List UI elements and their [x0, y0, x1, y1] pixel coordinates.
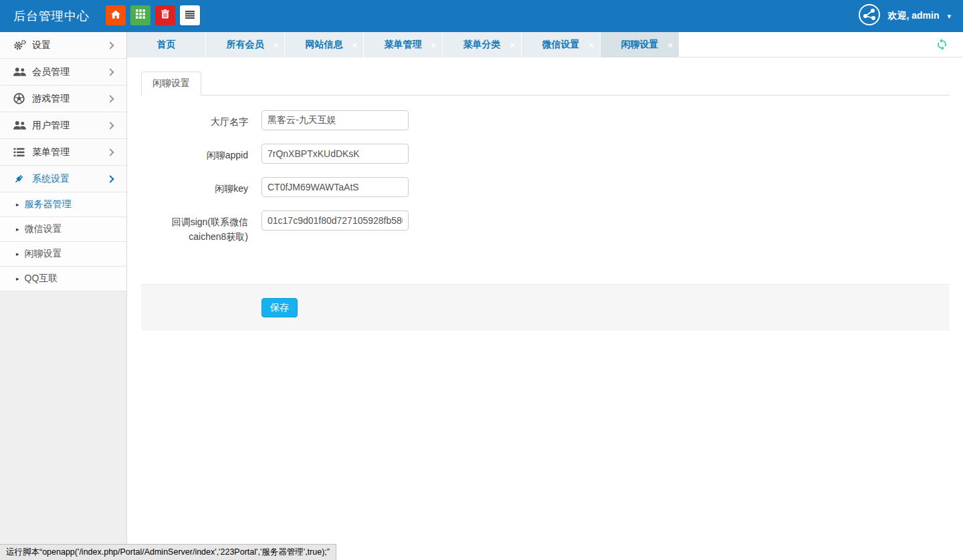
tab-all-members[interactable]: 所有会员 × — [206, 32, 285, 57]
sidebar-item-label: 系统设置 — [32, 173, 70, 185]
close-icon[interactable]: × — [352, 41, 357, 49]
tab-label: 菜单分类 — [463, 39, 501, 51]
chat-key-input[interactable] — [261, 177, 409, 197]
trash-icon — [161, 9, 169, 21]
sidebar-item-label: 游戏管理 — [32, 93, 70, 105]
sidebar-item-label: 用户管理 — [32, 120, 70, 132]
admin-page: 后台管理中心 — [0, 0, 963, 560]
field-label-callback-sign: 回调sign(联系微信 caichen8获取) — [141, 211, 248, 244]
grid-icon — [136, 9, 145, 21]
trash-button[interactable] — [155, 5, 175, 25]
chevron-right-icon — [106, 41, 114, 49]
save-button[interactable]: 保存 — [261, 298, 298, 317]
chevron-right-icon — [106, 68, 114, 76]
tab-label: 闲聊设置 — [621, 39, 659, 51]
form-row: 大厅名字 — [141, 110, 950, 130]
tab-home[interactable]: 首页 — [127, 32, 206, 57]
form-row: 闲聊key — [141, 177, 950, 197]
chat-appid-input[interactable] — [261, 144, 409, 164]
sidebar-subitem-label: 闲聊设置 — [25, 248, 62, 260]
tab-menu-category[interactable]: 菜单分类 × — [443, 32, 522, 57]
hall-name-input[interactable] — [261, 110, 409, 130]
form-actions-bar: 保存 — [141, 284, 950, 331]
panel-tabs: 闲聊设置 — [141, 72, 950, 96]
header-toolbar — [106, 5, 200, 25]
sidebar-subitem-label: QQ互联 — [25, 273, 58, 285]
sidebar-item-game-manage[interactable]: 游戏管理 — [0, 86, 126, 112]
gears-icon — [13, 39, 32, 51]
panel-tab-chat-settings[interactable]: 闲聊设置 — [141, 72, 201, 96]
field-label-line1: 回调sign(联系微信 — [141, 215, 248, 229]
tab-label: 微信设置 — [542, 39, 580, 51]
sidebar-subitem-server-manage[interactable]: ▸ 服务器管理 — [0, 192, 126, 217]
close-icon[interactable]: × — [588, 41, 594, 49]
tab-chat-settings[interactable]: 闲聊设置 × — [601, 32, 679, 57]
sidebar-subitem-qq-connect[interactable]: ▸ QQ互联 — [0, 267, 126, 291]
tab-label: 网站信息 — [306, 39, 343, 51]
sidebar-item-label: 会员管理 — [32, 66, 70, 78]
chevron-right-icon — [106, 175, 114, 182]
sidebar-subitem-wechat-settings[interactable]: ▸ 微信设置 — [0, 217, 126, 242]
form-row: 闲聊appid — [141, 144, 950, 164]
close-icon[interactable]: × — [510, 41, 515, 49]
callback-sign-input[interactable] — [261, 211, 409, 231]
tab-site-info[interactable]: 网站信息 × — [285, 32, 364, 57]
field-label-hall-name: 大厅名字 — [141, 110, 248, 130]
tab-label: 首页 — [157, 39, 176, 51]
sidebar-subitem-label: 微信设置 — [25, 223, 62, 235]
welcome-user-label: 欢迎, admin — [887, 10, 939, 22]
main-content: 闲聊设置 大厅名字 闲聊appid 闲聊key 回调sign(联系微信 caic… — [128, 57, 963, 560]
tab-menu-manage[interactable]: 菜单管理 × — [364, 32, 443, 57]
tab-label: 所有会员 — [227, 39, 264, 51]
sidebar-subitem-chat-settings[interactable]: ▸ 闲聊设置 — [0, 242, 126, 267]
header-user-area[interactable]: 欢迎, admin ▾ — [858, 3, 963, 29]
tab-label: 菜单管理 — [385, 39, 422, 51]
list-button[interactable] — [180, 5, 200, 25]
sidebar-subitem-label: 服务器管理 — [25, 198, 72, 211]
triangle-right-icon: ▸ — [16, 275, 19, 282]
tab-wechat-settings[interactable]: 微信设置 × — [522, 32, 601, 57]
field-label-chat-key: 闲聊key — [141, 177, 248, 197]
field-label-chat-appid: 闲聊appid — [141, 144, 248, 164]
home-icon — [111, 9, 120, 21]
users-icon — [13, 120, 32, 130]
sidebar-item-label: 菜单管理 — [32, 146, 70, 158]
sidebar-item-label: 设置 — [32, 39, 51, 51]
users-icon — [13, 67, 32, 77]
close-icon[interactable]: × — [273, 41, 278, 49]
triangle-right-icon: ▸ — [16, 251, 19, 257]
sidebar-item-system-settings[interactable]: 系统设置 — [0, 166, 126, 192]
triangle-right-icon: ▸ — [16, 226, 19, 233]
refresh-icon[interactable] — [936, 38, 948, 53]
top-header: 后台管理中心 — [0, 0, 963, 32]
list-icon — [185, 9, 195, 21]
caret-down-icon: ▾ — [947, 12, 951, 21]
form-row: 回调sign(联系微信 caichen8获取) — [141, 211, 950, 244]
chat-settings-form: 大厅名字 闲聊appid 闲聊key 回调sign(联系微信 caichen8获… — [141, 110, 950, 244]
sidebar-item-menu-manage[interactable]: 菜单管理 — [0, 139, 126, 166]
sidebar-item-member-manage[interactable]: 会员管理 — [0, 59, 126, 86]
grid-button[interactable] — [130, 5, 150, 25]
soccer-ball-icon — [13, 93, 32, 104]
list-icon — [13, 148, 32, 157]
app-title: 后台管理中心 — [0, 8, 90, 24]
avatar-network-icon — [858, 3, 881, 29]
triangle-right-icon: ▸ — [16, 201, 19, 208]
close-icon[interactable]: × — [667, 41, 673, 49]
chevron-right-icon — [106, 122, 114, 129]
home-button[interactable] — [106, 5, 126, 25]
chevron-right-icon — [106, 95, 114, 102]
browser-status-bar: 运行脚本“openapp('/index.php/Portal/AdminSer… — [0, 544, 336, 560]
close-icon[interactable]: × — [431, 41, 436, 49]
open-tabs-bar: 首页 所有会员 × 网站信息 × 菜单管理 × 菜单分类 × 微信设置 × 闲聊… — [127, 32, 963, 57]
sidebar-item-settings[interactable]: 设置 — [0, 32, 126, 59]
sidebar: 设置 会员管理 — [0, 32, 127, 560]
sidebar-item-user-manage[interactable]: 用户管理 — [0, 112, 126, 139]
plug-icon — [13, 173, 32, 184]
chevron-right-icon — [106, 148, 114, 156]
field-label-line2: caichen8获取) — [141, 229, 248, 244]
